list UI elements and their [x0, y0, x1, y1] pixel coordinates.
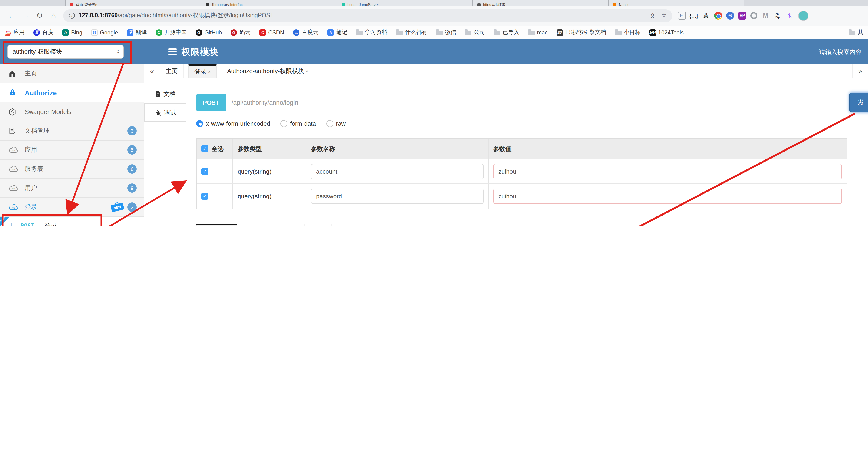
chrome-extension-icon[interactable] — [714, 12, 722, 20]
endpoint-label: 登录 — [44, 221, 57, 226]
bookmark-item[interactable]: 10241024Tools — [650, 29, 684, 36]
close-tab-icon[interactable]: × — [208, 69, 211, 75]
bookmark-item[interactable]: 微信 — [436, 28, 456, 36]
sidebar-endpoint-登录[interactable]: NEWPOST登录 — [0, 217, 144, 226]
reload-icon[interactable]: ↻ — [33, 11, 46, 21]
qr-extension-icon[interactable]: 回 — [678, 12, 686, 20]
close-tab-icon[interactable]: × — [305, 68, 308, 74]
browser-tab[interactable]: Temporary Interfac… — [201, 0, 337, 6]
star8-extension-icon[interactable]: ✳ — [786, 12, 794, 20]
tab-favicon-icon — [477, 3, 481, 6]
translate-icon[interactable]: 文 — [650, 11, 656, 20]
sidebar-item-文档管理[interactable]: 文档管理3 — [0, 121, 144, 141]
bookmark-item[interactable]: C开源中国 — [156, 28, 187, 36]
hexagon-icon — [8, 108, 19, 116]
tab-文档[interactable]: 文档 — [144, 85, 186, 103]
bookmark-item[interactable]: 什么都有 — [396, 28, 427, 36]
tab-调试[interactable]: 调试 — [144, 103, 186, 122]
bookmark-item[interactable]: mac — [528, 29, 548, 36]
browser-tab[interactable]: Nacos — [608, 0, 744, 6]
radio-raw[interactable]: raw — [326, 120, 346, 127]
tab-主页[interactable]: 主页 — [160, 64, 184, 78]
new-badge: NEW — [111, 202, 124, 212]
response-tab-Raw[interactable]: Raw — [237, 224, 266, 226]
sidebar-item-label: Swagger Models — [25, 108, 71, 115]
bookmark-item[interactable]: bBing — [62, 29, 82, 36]
radio-icon[interactable] — [326, 120, 333, 127]
folder-bookmark-icon — [436, 31, 443, 35]
radio-x-www-form-urlencoded[interactable]: x-www-form-urlencoded — [196, 120, 270, 127]
method-label: POST — [21, 222, 44, 226]
param-value-input[interactable]: zuihou — [493, 189, 842, 204]
bookmark-item[interactable]: 小目标 — [615, 28, 641, 36]
param-checkbox[interactable] — [201, 168, 208, 175]
module-select[interactable]: authority-权限模块 ▲▼ — [7, 45, 124, 59]
send-button[interactable]: 发 — [849, 93, 868, 112]
bookmark-star-icon[interactable]: ☆ — [661, 11, 667, 20]
response-tab-Curl[interactable]: Curl — [305, 224, 332, 226]
home-icon — [8, 69, 19, 78]
bookmark-item[interactable]: ▦应用 — [5, 28, 25, 36]
tab-登录[interactable]: 登录× — [188, 64, 217, 78]
sidebar-item-主页[interactable]: 主页 — [0, 64, 144, 83]
bookmark-item[interactable]: 百百度 — [33, 28, 54, 36]
globe-extension-icon[interactable]: ⊕ — [726, 12, 734, 20]
response-tab-响应内容[interactable]: 响应内容 — [196, 224, 237, 226]
tabs-scroll-right-icon[interactable]: » — [852, 64, 868, 78]
param-name-input[interactable]: password — [311, 189, 484, 204]
sidebar-item-应用[interactable]: API应用5 — [0, 141, 144, 160]
response-tab-Headers[interactable]: Headers — [266, 224, 305, 226]
mm-extension-icon[interactable]: M — [762, 12, 769, 20]
sidebar-item-Authorize[interactable]: Authorize — [0, 83, 144, 103]
bdyun-bookmark-icon: 云 — [293, 29, 300, 36]
bookmark-item[interactable]: ESES搜索引擎文档 — [557, 28, 606, 36]
request-url-input[interactable]: /api/authority/anno/login — [226, 94, 847, 111]
radio-icon[interactable] — [196, 120, 203, 127]
browser-tab[interactable]: 首页 登录/Se… — [65, 0, 201, 6]
bookmark-item[interactable]: ✎笔记 — [327, 28, 347, 36]
forward-icon[interactable]: → — [19, 11, 33, 20]
count-badge: 3 — [127, 126, 137, 136]
bookmark-item[interactable]: CCSDN — [259, 29, 284, 36]
bookmark-item[interactable]: GGoogle — [91, 29, 118, 36]
bookmark-item[interactable]: 译翻译 — [127, 28, 147, 36]
tools1024-bookmark-icon: 1024 — [650, 29, 656, 36]
home-icon[interactable]: ⌂ — [46, 11, 60, 20]
sidebar-item-Swagger Models[interactable]: Swagger Models — [0, 103, 144, 121]
site-info-icon[interactable]: i — [69, 12, 75, 19]
params-table: 全选参数类型参数名称参数值query(string)accountzuihouq… — [196, 138, 847, 209]
url-bar[interactable]: i 127.0.0.1:8760/api/gate/doc.html#/auth… — [63, 9, 672, 22]
param-value-input[interactable]: zuihou — [493, 164, 842, 179]
param-name-input[interactable]: account — [311, 164, 484, 179]
profile-avatar[interactable] — [798, 10, 808, 21]
tabs-scroll-left-icon[interactable]: « — [144, 64, 160, 78]
screen: 首页 登录/Se…Temporary Interfac…Luna - JumpS… — [0, 0, 868, 226]
back-icon[interactable]: ← — [5, 11, 19, 20]
browser-tab[interactable]: Luna - JumpServer — [337, 0, 472, 6]
browser-tab[interactable]: https://小灯泡… — [472, 0, 608, 6]
oo-extension-icon[interactable] — [750, 12, 757, 19]
tab-Authorize-authority-权限模块[interactable]: Authorize-authority-权限模块× — [221, 64, 314, 78]
gitzip-extension-icon[interactable]: GitZip — [774, 12, 781, 20]
bookmark-item[interactable]: GGitHub — [195, 29, 222, 36]
bookmark-item[interactable]: 已导入 — [494, 28, 519, 36]
bookmark-item[interactable]: G码云 — [230, 28, 251, 36]
other-bookmarks[interactable]: 其 — [842, 28, 863, 36]
header-search-placeholder[interactable]: 请输入搜索内容 — [819, 48, 862, 56]
param-checkbox[interactable] — [201, 193, 208, 200]
sidebar-item-用户[interactable]: API用户9 — [0, 179, 144, 198]
radio-form-data[interactable]: form-data — [280, 120, 316, 127]
sidebar-item-服务表[interactable]: API服务表6 — [0, 160, 144, 179]
count-badge: 6 — [127, 164, 137, 174]
bookmark-item[interactable]: 公司 — [465, 28, 485, 36]
brace-extension-icon[interactable]: {…} — [690, 12, 698, 20]
bookmark-item[interactable]: 学习资料 — [356, 28, 387, 36]
select-all-checkbox[interactable] — [201, 145, 208, 152]
count-badge: 9 — [127, 183, 137, 193]
radio-icon[interactable] — [280, 120, 287, 127]
rp-extension-icon[interactable]: RP — [738, 12, 746, 20]
bookmark-item[interactable]: 云百度云 — [293, 28, 318, 36]
en-extension-icon[interactable]: 英 — [702, 12, 710, 20]
menu-toggle-icon[interactable] — [168, 49, 177, 55]
sidebar-item-登录[interactable]: API登录NEW2 — [0, 198, 144, 217]
